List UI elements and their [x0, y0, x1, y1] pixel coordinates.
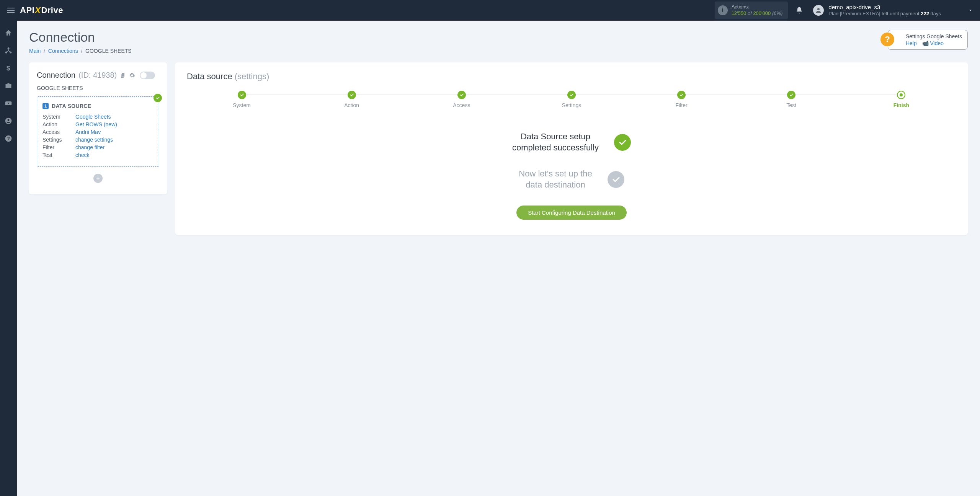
step-settings[interactable]: Settings — [516, 91, 626, 108]
next-step-message: Now let's set up thedata destination — [519, 168, 592, 190]
svg-point-7 — [8, 119, 10, 121]
profile-icon[interactable] — [4, 116, 13, 126]
step-access[interactable]: Access — [407, 91, 516, 108]
bell-icon[interactable] — [795, 7, 803, 14]
access-link[interactable]: Andrii Mav — [75, 129, 101, 135]
connections-icon[interactable] — [4, 46, 13, 55]
step-system[interactable]: System — [187, 91, 297, 108]
menu-icon[interactable] — [7, 8, 15, 13]
gear-icon[interactable] — [129, 72, 135, 78]
page-title: Connection — [29, 30, 132, 45]
settings-panel: Data source (settings) System Action Acc… — [175, 62, 968, 235]
settings-link[interactable]: change settings — [75, 137, 113, 143]
data-source-label: DATA SOURCE — [52, 103, 91, 109]
system-link[interactable]: Google Sheets — [75, 114, 111, 120]
actions-label: Actions: — [732, 4, 783, 10]
pending-check-icon — [608, 171, 624, 188]
video-icon[interactable] — [4, 99, 13, 108]
breadcrumb-main[interactable]: Main — [29, 48, 41, 54]
check-icon — [154, 94, 162, 102]
question-icon[interactable]: ? — [880, 33, 894, 46]
logo[interactable]: APIXDrive — [20, 5, 63, 15]
test-link[interactable]: check — [75, 152, 90, 158]
filter-link[interactable]: change filter — [75, 144, 105, 150]
actions-counter[interactable]: i Actions: 12'550 of 200'000 (6%) — [715, 2, 788, 19]
data-source-box[interactable]: 1 DATA SOURCE SystemGoogle Sheets Action… — [37, 96, 159, 167]
user-menu[interactable]: demo_apix-drive_s3 Plan |Premium EXTRA| … — [813, 3, 973, 17]
avatar-icon — [813, 5, 824, 16]
connection-subtitle: GOOGLE SHEETS — [37, 85, 159, 91]
success-message: Data Source setupcompleted successfully — [512, 131, 599, 153]
billing-icon[interactable]: $ — [4, 64, 13, 73]
svg-point-1 — [8, 47, 10, 49]
svg-text:?: ? — [7, 136, 10, 141]
chevron-down-icon[interactable] — [968, 8, 973, 13]
step-finish[interactable]: Finish — [846, 91, 956, 108]
step-test[interactable]: Test — [737, 91, 846, 108]
step-number: 1 — [42, 103, 49, 109]
help-box: ? Settings Google Sheets Help Video — [888, 30, 968, 50]
action-link[interactable]: Get ROWS (new) — [75, 121, 117, 127]
step-action[interactable]: Action — [297, 91, 407, 108]
stepper: System Action Access Settings Filter Tes… — [187, 91, 956, 108]
topbar: APIXDrive i Actions: 12'550 of 200'000 (… — [0, 0, 980, 21]
breadcrumb-connections[interactable]: Connections — [48, 48, 78, 54]
enable-toggle[interactable] — [140, 72, 155, 79]
svg-point-0 — [817, 8, 820, 10]
breadcrumb: Main / Connections / GOOGLE SHEETS — [29, 48, 132, 54]
plan-info: Plan |Premium EXTRA| left until payment … — [828, 11, 941, 17]
help-title: Settings Google Sheets — [906, 33, 962, 39]
start-destination-button[interactable]: Start Configuring Data Destination — [516, 206, 627, 220]
panel-title: Data source (settings) — [187, 72, 956, 82]
breadcrumb-current: GOOGLE SHEETS — [85, 48, 132, 54]
svg-text:$: $ — [7, 65, 10, 72]
add-step-button[interactable]: + — [93, 174, 103, 183]
home-icon[interactable] — [4, 28, 13, 38]
briefcase-icon[interactable] — [4, 81, 13, 90]
success-check-icon — [614, 134, 631, 151]
copy-icon[interactable] — [120, 72, 126, 78]
help-link[interactable]: Help — [906, 40, 917, 46]
video-link[interactable]: Video — [922, 40, 944, 46]
main-content: Connection Main / Connections / GOOGLE S… — [17, 21, 980, 496]
help-icon[interactable]: ? — [4, 134, 13, 143]
sidebar: $ ? — [0, 21, 17, 496]
user-name: demo_apix-drive_s3 — [828, 3, 941, 11]
connection-title: Connection — [37, 71, 75, 80]
connection-panel: Connection (ID: 41938) GOOGLE SHEETS 1 D… — [29, 62, 167, 194]
step-filter[interactable]: Filter — [627, 91, 737, 108]
connection-id: (ID: 41938) — [78, 71, 117, 80]
info-icon: i — [718, 5, 728, 15]
